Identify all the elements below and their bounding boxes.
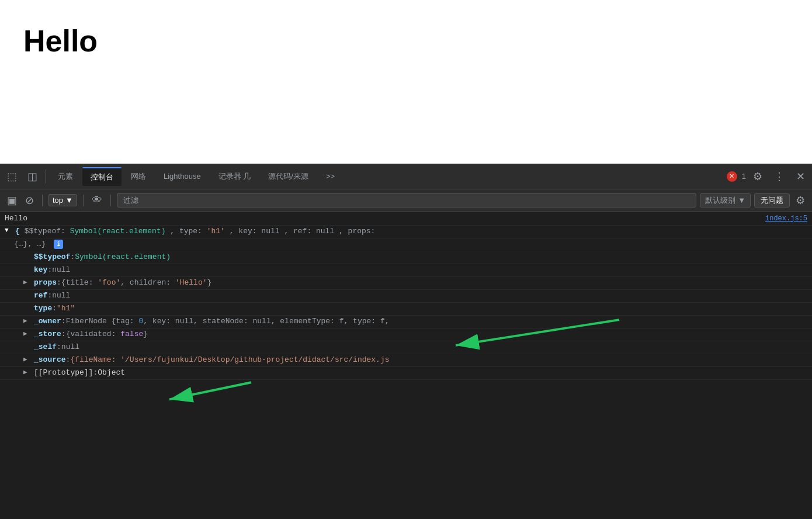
console-line-source[interactable]: ▶ _source : {fileName: '/Users/fujunkui/…: [0, 354, 812, 367]
prop-key-source: _source: [34, 355, 66, 364]
console-line-obj-preview: ▼ { $$typeof: Symbol(react.element) , ty…: [0, 226, 812, 238]
prop-val-typeof: Symbol(react.element): [75, 252, 171, 261]
eye-icon[interactable]: 👁: [89, 192, 105, 209]
obj-preview-text: { $$typeof: Symbol(react.element) , type…: [15, 227, 375, 236]
tab-sources[interactable]: 源代码/来源: [260, 168, 317, 185]
tab-lighthouse[interactable]: Lighthouse: [155, 168, 209, 184]
error-count: 1: [742, 172, 746, 181]
devtools-panel: ⬚ ◫ 元素 控制台 网络 Lighthouse 记录器 几 源代码/来源 >>…: [0, 164, 812, 519]
prop-val-prototype: Object: [98, 368, 125, 377]
prop-key-ref: ref: [34, 291, 47, 300]
more-options-icon[interactable]: ⋮: [769, 168, 789, 185]
settings-icon[interactable]: ⚙: [748, 168, 767, 185]
prop-val-store: {validated: false}: [66, 330, 148, 338]
prop-val-ref: null: [52, 291, 70, 300]
console-line-store[interactable]: ▶ _store : {validated: false}: [0, 328, 812, 341]
prop-key-key: key: [34, 265, 47, 274]
tab-more[interactable]: >>: [318, 168, 343, 184]
page-title: Hello: [23, 23, 98, 58]
clear-icon[interactable]: ⊘: [23, 192, 36, 209]
sidebar-toggle-icon[interactable]: ▣: [5, 192, 19, 209]
prop-key-prototype: [[Prototype]]: [34, 368, 93, 377]
tab-divider-1: [46, 169, 46, 184]
toolbar-divider-2: [83, 195, 84, 206]
page-content: Hello: [0, 0, 812, 164]
close-icon[interactable]: ✕: [792, 168, 810, 185]
prop-key-self: _self: [34, 342, 57, 351]
console-hello-line: Hello index.js:5: [0, 212, 812, 226]
context-dropdown-icon: ▼: [65, 196, 73, 205]
level-dropdown-icon: ▼: [738, 196, 745, 205]
inspect-icon[interactable]: ⬚: [2, 170, 22, 183]
tab-network[interactable]: 网络: [123, 168, 154, 185]
prop-val-self: null: [61, 342, 79, 351]
obj-brace-text: {…}, …} i: [14, 240, 63, 249]
prop-val-type: "h1": [57, 304, 75, 313]
device-icon[interactable]: ◫: [23, 170, 42, 183]
console-output[interactable]: Hello index.js:5 ▼ { $$typeof: Symbol(re…: [0, 212, 812, 519]
spacer-arrow-1: ▶: [23, 252, 32, 260]
expand-arrow-source[interactable]: ▶: [23, 355, 32, 363]
prop-key-owner: _owner: [34, 317, 61, 326]
prop-val-owner: FiberNode {tag: 0, key: null, stateNode:…: [66, 317, 390, 326]
context-label: top: [53, 196, 63, 205]
prop-key-store: _store: [34, 330, 61, 338]
level-label: 默认级别: [705, 195, 735, 206]
tab-console[interactable]: 控制台: [82, 167, 122, 186]
devtools-toolbar: ▣ ⊘ top ▼ 👁 默认级别 ▼ 无问题 ⚙: [0, 189, 812, 212]
console-line-props[interactable]: ▶ props : {title: 'foo', children: 'Hell…: [0, 277, 812, 290]
tab-elements[interactable]: 元素: [50, 168, 81, 185]
filter-input[interactable]: [117, 193, 696, 207]
console-line-self: ▶ _self : null: [0, 341, 812, 354]
prop-val-key: null: [52, 265, 70, 274]
tab-right-icons: ✕ 1 ⚙ ⋮ ✕: [727, 168, 810, 185]
no-issues-button[interactable]: 无问题: [754, 193, 790, 207]
prop-key-props: props: [34, 278, 57, 287]
expand-arrow-props[interactable]: ▶: [23, 278, 32, 286]
console-line-prototype[interactable]: ▶ [[Prototype]] : Object: [0, 367, 812, 380]
prop-val-source: {fileName: '/Users/fujunkui/Desktop/gith…: [70, 355, 389, 364]
info-badge: i: [54, 240, 63, 249]
prop-key-type: type: [34, 304, 52, 313]
spacer-arrow-2: ▶: [23, 265, 32, 273]
spacer-arrow-4: ▶: [23, 304, 32, 312]
source-link[interactable]: index.js:5: [765, 214, 807, 223]
console-line-owner[interactable]: ▶ _owner : FiberNode {tag: 0, key: null,…: [0, 316, 812, 328]
expand-arrow-owner[interactable]: ▶: [23, 317, 32, 324]
expand-arrow-prototype[interactable]: ▶: [23, 368, 32, 376]
error-badge: ✕: [727, 171, 737, 182]
toolbar-divider-1: [42, 195, 43, 206]
console-line-ref: ▶ ref : null: [0, 290, 812, 303]
console-line-obj-2: {…}, …} i: [0, 238, 812, 251]
expand-arrow-store[interactable]: ▶: [23, 330, 32, 337]
console-line-key: ▶ key : null: [0, 264, 812, 277]
console-line-type: ▶ type : "h1": [0, 303, 812, 316]
console-line-typeof: ▶ $$typeof : Symbol(react.element): [0, 251, 812, 264]
toolbar-divider-3: [110, 195, 111, 206]
prop-key-typeof: $$typeof: [34, 252, 70, 261]
toolbar-settings-icon[interactable]: ⚙: [793, 192, 807, 209]
devtools-tab-bar: ⬚ ◫ 元素 控制台 网络 Lighthouse 记录器 几 源代码/来源 >>…: [0, 164, 812, 189]
tab-recorder[interactable]: 记录器 几: [210, 168, 259, 185]
context-selector[interactable]: top ▼: [48, 194, 77, 206]
expand-arrow-main[interactable]: ▼: [5, 227, 13, 234]
spacer-arrow-3: ▶: [23, 291, 32, 299]
spacer-arrow-5: ▶: [23, 342, 32, 350]
level-selector[interactable]: 默认级别 ▼: [700, 193, 751, 207]
prop-val-props: {title: 'foo', children: 'Hello'}: [61, 278, 211, 287]
hello-output: Hello: [5, 214, 765, 223]
